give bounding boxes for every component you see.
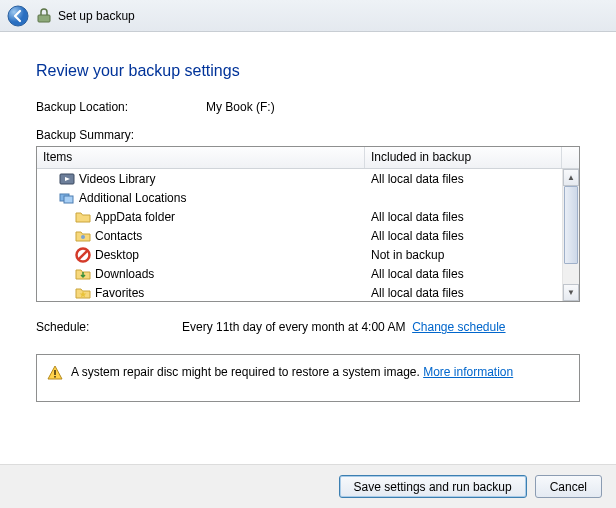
item-included: All local data files	[365, 172, 562, 186]
item-included: All local data files	[365, 286, 562, 300]
list-item[interactable]: Additional Locations	[37, 188, 562, 207]
save-settings-button[interactable]: Save settings and run backup	[339, 475, 527, 498]
item-name: Favorites	[95, 286, 144, 300]
folder-icon	[75, 209, 91, 225]
column-spacer	[562, 147, 579, 168]
warning-icon	[47, 365, 63, 381]
warning-text-container: A system repair disc might be required t…	[71, 365, 513, 379]
item-name: Downloads	[95, 267, 154, 281]
schedule-row: Schedule: Every 11th day of every month …	[36, 320, 580, 334]
backup-location-value: My Book (F:)	[206, 100, 275, 114]
list-item[interactable]: Favorites All local data files	[37, 283, 562, 301]
list-item[interactable]: Videos Library All local data files	[37, 169, 562, 188]
schedule-value: Every 11th day of every month at 4:00 AM…	[182, 320, 506, 334]
videos-library-icon	[59, 171, 75, 187]
backup-app-icon	[36, 8, 52, 24]
titlebar: Set up backup	[0, 0, 616, 32]
item-included: All local data files	[365, 229, 562, 243]
list-item[interactable]: Contacts All local data files	[37, 226, 562, 245]
item-included: All local data files	[365, 267, 562, 281]
backup-summary-list: Items Included in backup Videos Library …	[36, 146, 580, 302]
column-items[interactable]: Items	[37, 147, 365, 168]
favorites-icon	[75, 285, 91, 301]
schedule-label: Schedule:	[36, 320, 182, 334]
list-body: Videos Library All local data files Addi…	[37, 169, 562, 301]
svg-rect-11	[54, 376, 56, 378]
warning-box: A system repair disc might be required t…	[36, 354, 580, 402]
list-item[interactable]: AppData folder All local data files	[37, 207, 562, 226]
item-name: Desktop	[95, 248, 139, 262]
item-name: Contacts	[95, 229, 142, 243]
blocked-icon	[75, 247, 91, 263]
cancel-button[interactable]: Cancel	[535, 475, 602, 498]
list-item[interactable]: Desktop Not in backup	[37, 245, 562, 264]
item-name: AppData folder	[95, 210, 175, 224]
schedule-text: Every 11th day of every month at 4:00 AM	[182, 320, 405, 334]
item-included: Not in backup	[365, 248, 562, 262]
scroll-track[interactable]	[563, 186, 579, 284]
scrollbar[interactable]: ▲ ▼	[562, 169, 579, 301]
scroll-thumb[interactable]	[564, 186, 578, 264]
list-header: Items Included in backup	[37, 147, 579, 169]
item-name: Videos Library	[79, 172, 156, 186]
svg-point-6	[81, 235, 85, 239]
svg-rect-1	[38, 15, 50, 22]
change-schedule-link[interactable]: Change schedule	[412, 320, 505, 334]
svg-rect-10	[54, 370, 56, 375]
backup-summary-label: Backup Summary:	[36, 128, 580, 142]
window-title: Set up backup	[58, 9, 135, 23]
scroll-up-button[interactable]: ▲	[563, 169, 579, 186]
scroll-down-button[interactable]: ▼	[563, 284, 579, 301]
warning-text: A system repair disc might be required t…	[71, 365, 420, 379]
more-information-link[interactable]: More information	[423, 365, 513, 379]
contacts-icon	[75, 228, 91, 244]
button-bar: Save settings and run backup Cancel	[0, 464, 616, 508]
item-included: All local data files	[365, 210, 562, 224]
backup-location-row: Backup Location: My Book (F:)	[36, 100, 580, 114]
list-item[interactable]: Downloads All local data files	[37, 264, 562, 283]
back-button[interactable]	[6, 4, 30, 28]
page-heading: Review your backup settings	[36, 62, 580, 80]
folder-group-icon	[59, 190, 75, 206]
svg-rect-5	[64, 196, 73, 203]
backup-location-label: Backup Location:	[36, 100, 206, 114]
downloads-icon	[75, 266, 91, 282]
svg-point-0	[8, 6, 28, 26]
item-name: Additional Locations	[79, 191, 186, 205]
content-area: Review your backup settings Backup Locat…	[0, 32, 616, 402]
column-included[interactable]: Included in backup	[365, 147, 562, 168]
